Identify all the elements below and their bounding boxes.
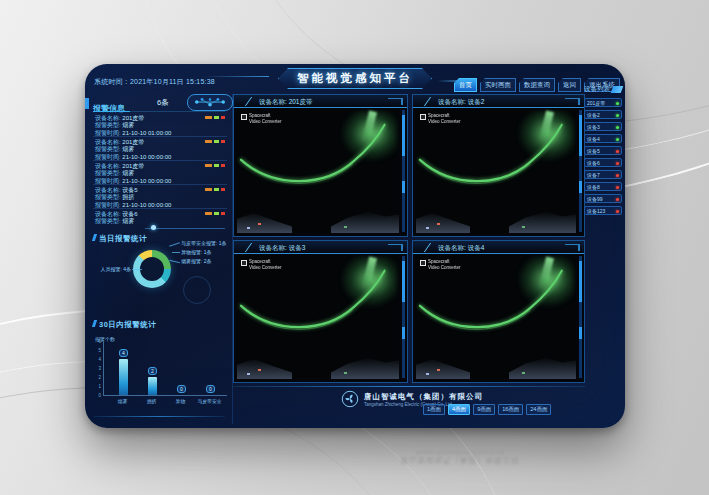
- status-dot: [616, 114, 619, 117]
- video-feed[interactable]: SpacecraftVideo Converter: [237, 255, 399, 379]
- video-watermark: SpacecraftVideo Converter: [241, 259, 281, 270]
- watermark-logo-icon: [241, 260, 247, 266]
- device-list-item[interactable]: 设备3: [584, 122, 622, 131]
- view-24-button[interactable]: 24画面: [526, 404, 551, 415]
- donut-label: 烟雾报警: 2条: [181, 258, 212, 264]
- view-16-button[interactable]: 16画面: [498, 404, 523, 415]
- video-feed[interactable]: SpacecraftVideo Converter: [416, 255, 576, 379]
- scrollbar-thumb[interactable]: [402, 261, 405, 302]
- device-list-item[interactable]: 设备4: [584, 134, 622, 143]
- bar-group: 4: [109, 342, 138, 395]
- alarm-time: 21-10-10 00:00:00: [122, 154, 171, 160]
- status-dot: [616, 150, 619, 153]
- page-title: 智能视觉感知平台: [297, 71, 413, 86]
- alarm-device: 设备6: [122, 211, 137, 217]
- video-panel-2[interactable]: 设备名称: 设备2 SpacecraftVideo Converter: [412, 94, 585, 237]
- bar-value-badge: 0: [206, 385, 215, 393]
- device-list-item[interactable]: 设备8: [584, 182, 622, 191]
- device-list-item[interactable]: 设备5: [584, 146, 622, 155]
- video-speck: [344, 372, 347, 374]
- alarm-device: 201皮带: [122, 139, 144, 145]
- device-list-item[interactable]: 设备123: [584, 206, 622, 215]
- video-scrollbar[interactable]: [579, 256, 582, 378]
- video-panel-1[interactable]: 设备名称: 201皮带 SpacecraftVideo Converter: [233, 94, 408, 237]
- alarm-list-item[interactable]: 设备名称: 201皮带 报警类型: 烟雾 报警时间: 21-10-10 01:0…: [93, 113, 227, 137]
- scrollbar-thumb[interactable]: [579, 115, 582, 156]
- video-scrollbar[interactable]: [402, 110, 405, 232]
- scrollbar-thumb[interactable]: [579, 261, 582, 302]
- nav-back-button[interactable]: 返回: [558, 78, 581, 92]
- donut-leader-line: [132, 269, 142, 270]
- bar-group: 2: [138, 342, 167, 395]
- video-panel-4[interactable]: 设备名称: 设备4 SpacecraftVideo Converter: [412, 240, 585, 383]
- alarm-time: 21-10-10 01:00:00: [122, 130, 171, 136]
- device-list-title: 设备列表: [584, 85, 610, 94]
- dashboard-panel: 系统时间：2021年10月11日 15:15:38 智能视觉感知平台 首页 实时…: [85, 64, 625, 428]
- watermark-logo-icon: [420, 114, 426, 120]
- video-panel-3[interactable]: 设备名称: 设备3 SpacecraftVideo Converter: [233, 240, 408, 383]
- nav-live-view-button[interactable]: 实时画面: [480, 78, 516, 92]
- timeline-slider-handle[interactable]: [151, 225, 156, 230]
- scrollbar-thumb[interactable]: [579, 181, 582, 193]
- video-scrollbar[interactable]: [402, 256, 405, 378]
- video-scrollbar[interactable]: [579, 110, 582, 232]
- alarm-time: 21-10-10 00:00:00: [122, 202, 171, 208]
- alarm-list-item[interactable]: 设备名称: 201皮带 报警类型: 烟雾 报警时间: 21-10-10 00:0…: [93, 161, 227, 185]
- alarm-device: 设备5: [122, 187, 137, 193]
- device-list-tab[interactable]: [611, 86, 624, 93]
- company-logo-icon: [341, 390, 359, 408]
- watermark-logo-icon: [420, 260, 426, 266]
- alarm-status-indicator: [205, 164, 225, 167]
- video-panel-header: 设备名称: 设备3: [234, 241, 407, 254]
- device-list-item[interactable]: 设备6: [584, 158, 622, 167]
- status-dot: [616, 186, 619, 189]
- view-9-button[interactable]: 9画面: [473, 404, 495, 415]
- header-decor-line: [203, 76, 269, 77]
- view-4-button[interactable]: 4画面: [448, 404, 470, 415]
- device-list-item[interactable]: 设备99: [584, 194, 622, 203]
- video-panel-header: 设备名称: 201皮带: [234, 95, 407, 108]
- status-dot: [616, 138, 619, 141]
- floor-reflection: 唐山智诚电气（集团）有限公司 Tangshan Zhicheng Electri…: [330, 450, 590, 465]
- scrollbar-thumb[interactable]: [402, 181, 405, 193]
- device-list-item[interactable]: 201皮带: [584, 98, 622, 107]
- video-speck: [522, 372, 525, 374]
- nav-data-query-button[interactable]: 数据查询: [519, 78, 555, 92]
- system-time-label: 系统时间：2021年10月11日 15:15:38: [94, 77, 215, 87]
- alarm-list-item[interactable]: 设备名称: 设备6 报警类型: 烟雾 报警时间: 21-10-10 00:00:…: [93, 209, 227, 225]
- video-feed[interactable]: SpacecraftVideo Converter: [416, 109, 576, 233]
- video-device-label: 设备名称: 设备3: [259, 244, 305, 253]
- video-speck: [437, 223, 440, 225]
- device-list-item[interactable]: 设备7: [584, 170, 622, 179]
- video-speck: [258, 369, 261, 371]
- video-panel-header: 设备名称: 设备2: [413, 95, 584, 108]
- donut-label: 人员报警: 4条: [89, 266, 131, 272]
- footer-divider: [233, 386, 585, 387]
- bar-value-badge: 0: [177, 385, 186, 393]
- alarm-device: 201皮带: [122, 115, 144, 121]
- donut-label: 异物报警: 1条: [181, 249, 212, 255]
- scrollbar-thumb[interactable]: [579, 327, 582, 339]
- video-panel-header: 设备名称: 设备4: [413, 241, 584, 254]
- title-frame: 智能视觉感知平台: [278, 68, 432, 89]
- donut-leader-line: [169, 260, 180, 264]
- company-name-cn: 唐山智诚电气（集团）有限公司: [364, 392, 483, 402]
- timeline-slider[interactable]: [145, 228, 225, 229]
- nav-home-button[interactable]: 首页: [454, 78, 477, 92]
- slash-decoration: [245, 243, 257, 252]
- alarm-type: 拥挤: [122, 194, 134, 200]
- video-speck: [426, 227, 429, 229]
- view-1-button[interactable]: 1画面: [423, 404, 445, 415]
- alarm-list-item[interactable]: 设备名称: 201皮带 报警类型: 烟雾 报警时间: 21-10-10 00:0…: [93, 137, 227, 161]
- scrollbar-thumb[interactable]: [402, 115, 405, 156]
- bar-chart-bars: 4 2 0 0: [104, 342, 227, 395]
- alarm-list-item[interactable]: 设备名称: 设备5 报警类型: 拥挤 报警时间: 21-10-10 00:00:…: [93, 185, 227, 209]
- status-dot: [616, 102, 619, 105]
- video-feed[interactable]: SpacecraftVideo Converter: [237, 109, 399, 233]
- desktop-background: 系统时间：2021年10月11日 15:15:38 智能视觉感知平台 首页 实时…: [0, 0, 709, 495]
- slash-decoration: [424, 97, 436, 106]
- video-speck: [344, 226, 347, 228]
- video-watermark: SpacecraftVideo Converter: [420, 259, 460, 270]
- device-list-item[interactable]: 设备2: [584, 110, 622, 119]
- scrollbar-thumb[interactable]: [402, 327, 405, 339]
